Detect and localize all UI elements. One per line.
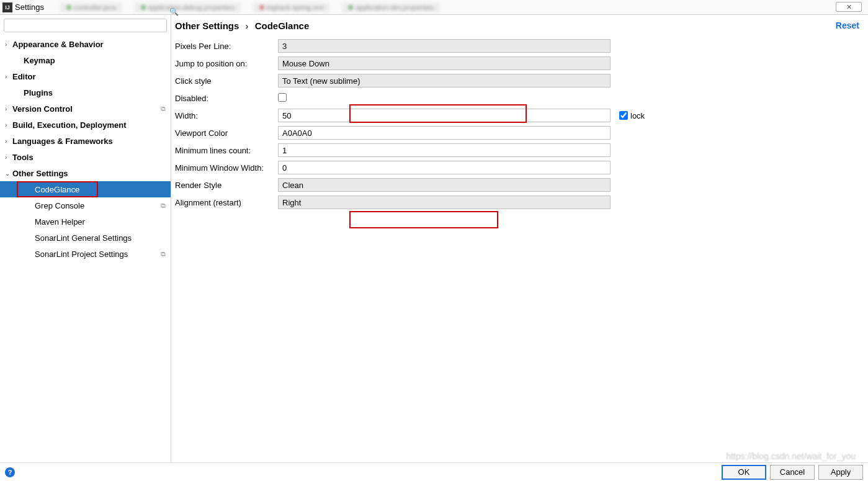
copy-icon: ⧉ — [161, 202, 166, 210]
jump-to-label: Jump to position on: — [175, 59, 278, 68]
pixels-per-line-label: Pixels Per Line: — [175, 42, 278, 51]
settings-content: Other Settings › CodeGlance Reset Pixels… — [171, 15, 868, 462]
tree-item-maven-helper[interactable]: Maven Helper — [0, 214, 171, 230]
jump-to-select[interactable]: Mouse Down — [278, 56, 611, 70]
copy-icon: ⧉ — [161, 250, 166, 258]
render-style-label: Render Style — [175, 181, 278, 190]
chevron-icon: › — [5, 122, 12, 128]
pixels-per-line-select[interactable]: 3 — [278, 39, 611, 53]
min-lines-label: Minimum lines count: — [175, 146, 278, 155]
tree-item-editor[interactable]: ›Editor — [0, 68, 171, 84]
editor-tabs-blur: controller.java application-debug.proper… — [60, 2, 440, 12]
tree-item-sonarlint-project-settings[interactable]: SonarLint Project Settings⧉ — [0, 246, 171, 262]
tree-item-plugins[interactable]: Plugins — [0, 84, 171, 101]
help-icon[interactable]: ? — [5, 467, 15, 477]
min-window-width-label: Minimum Window Width: — [175, 163, 278, 173]
tree-item-label: Plugins — [24, 88, 53, 97]
disabled-label: Disabled: — [175, 94, 278, 103]
tree-item-label: Editor — [12, 72, 36, 81]
cancel-button[interactable]: Cancel — [770, 465, 815, 480]
close-icon[interactable]: ✕ — [836, 2, 862, 12]
alignment-label: Alignment (restart) — [175, 198, 278, 207]
settings-tree: ›Appearance & BehaviorKeymap›EditorPlugi… — [0, 35, 171, 262]
tree-item-label: Build, Execution, Deployment — [12, 120, 126, 130]
breadcrumb-separator: › — [246, 20, 249, 31]
breadcrumb-parent[interactable]: Other Settings — [175, 20, 239, 31]
highlight-box-alignment — [349, 211, 498, 228]
titlebar: IJ Settings controller.java application-… — [0, 0, 868, 15]
width-input[interactable] — [278, 109, 611, 122]
chevron-icon: › — [5, 41, 12, 48]
tree-item-codeglance[interactable]: CodeGlance — [0, 181, 171, 197]
settings-sidebar: 🔍 ›Appearance & BehaviorKeymap›EditorPlu… — [0, 15, 171, 462]
lock-checkbox[interactable] — [619, 111, 628, 120]
app-icon: IJ — [2, 2, 12, 12]
breadcrumb-current: CodeGlance — [255, 20, 310, 31]
tree-item-label: Other Settings — [12, 169, 68, 178]
apply-button[interactable]: Apply — [818, 465, 863, 480]
disabled-checkbox[interactable] — [278, 93, 287, 102]
watermark: https://blog.csdn.net/wait_for_you — [726, 451, 856, 461]
tree-item-languages-frameworks[interactable]: ›Languages & Frameworks — [0, 133, 171, 149]
tree-item-label: SonarLint General Settings — [35, 233, 132, 243]
window-title: Settings — [15, 2, 49, 12]
tree-item-label: Grep Console — [35, 201, 84, 210]
tree-item-label: CodeGlance — [35, 185, 79, 194]
min-lines-input[interactable] — [278, 143, 611, 157]
dialog-footer: ? OK Cancel Apply — [0, 462, 868, 481]
lock-label: lock — [630, 111, 645, 120]
tree-item-other-settings[interactable]: ⌄Other Settings — [0, 165, 171, 181]
tree-item-grep-console[interactable]: Grep Console⧉ — [0, 197, 171, 214]
alignment-select[interactable]: Right — [278, 196, 611, 209]
tree-item-label: Languages & Frameworks — [12, 137, 113, 146]
tree-item-sonarlint-general-settings[interactable]: SonarLint General Settings — [0, 230, 171, 246]
copy-icon: ⧉ — [161, 105, 166, 113]
chevron-icon: › — [5, 154, 12, 161]
width-label: Width: — [175, 111, 278, 120]
viewport-color-input[interactable] — [278, 126, 611, 140]
chevron-icon: › — [5, 138, 12, 145]
render-style-select[interactable]: Clean — [278, 178, 611, 192]
tree-item-appearance-behavior[interactable]: ›Appearance & Behavior — [0, 36, 171, 52]
click-style-label: Click style — [175, 76, 278, 86]
lock-label-wrap[interactable]: lock — [619, 111, 645, 120]
tree-item-label: Keymap — [24, 56, 55, 65]
tree-item-label: Tools — [12, 153, 34, 162]
breadcrumb: Other Settings › CodeGlance — [175, 20, 836, 31]
viewport-color-label: Viewport Color — [175, 128, 278, 138]
tree-item-label: Maven Helper — [35, 217, 85, 227]
search-input[interactable] — [4, 19, 167, 32]
min-window-width-input[interactable] — [278, 161, 611, 174]
tree-item-label: Version Control — [12, 104, 73, 114]
tree-item-version-control[interactable]: ›Version Control⧉ — [0, 101, 171, 117]
tree-item-build-execution-deployment[interactable]: ›Build, Execution, Deployment — [0, 117, 171, 133]
tree-item-label: SonarLint Project Settings — [35, 249, 128, 259]
reset-link[interactable]: Reset — [836, 20, 859, 30]
click-style-select[interactable]: To Text (new sublime) — [278, 74, 611, 88]
ok-button[interactable]: OK — [722, 465, 766, 480]
tree-item-tools[interactable]: ›Tools — [0, 149, 171, 165]
chevron-icon: ⌄ — [5, 170, 12, 177]
tree-item-keymap[interactable]: Keymap — [0, 52, 171, 68]
chevron-icon: › — [5, 73, 12, 80]
chevron-icon: › — [5, 106, 12, 112]
tree-item-label: Appearance & Behavior — [12, 40, 104, 49]
